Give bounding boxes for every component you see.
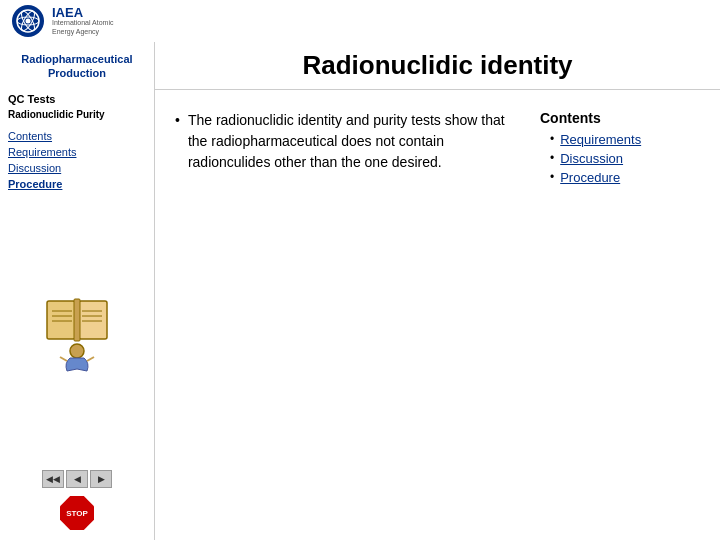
bullet-item: • The radionuclidic identity and purity … [175, 110, 520, 173]
sidebar-section-subtitle: Radionuclidic Purity [8, 109, 146, 120]
svg-rect-6 [47, 301, 75, 339]
stop-label: STOP [66, 509, 88, 518]
svg-line-16 [60, 357, 67, 361]
list-item: • Procedure [550, 170, 700, 185]
list-item: • Requirements [550, 132, 700, 147]
page-title-bar: Radionuclidic identity [155, 42, 720, 90]
svg-rect-8 [74, 299, 80, 341]
header: IAEA International Atomic Energy Agency [0, 0, 720, 42]
prev-button[interactable]: ◀ [66, 470, 88, 488]
list-item: • Discussion [550, 151, 700, 166]
sidebar-title: Radiopharmaceutical Production [8, 52, 146, 81]
stop-button[interactable]: STOP [60, 496, 94, 530]
logo-text: IAEA International Atomic Energy Agency [52, 6, 113, 36]
contents-bullet-1: • [550, 132, 554, 146]
sidebar-item-requirements[interactable]: Requirements [8, 146, 146, 158]
contents-bullet-2: • [550, 151, 554, 165]
contents-link-procedure[interactable]: Procedure [560, 170, 620, 185]
book-illustration [8, 291, 146, 376]
logo-subtitle: International Atomic Energy Agency [52, 19, 113, 36]
sidebar-item-procedure[interactable]: Procedure [8, 178, 146, 190]
page-title: Radionuclidic identity [175, 50, 700, 81]
svg-line-17 [87, 357, 94, 361]
nav-controls: ◀◀ ◀ ▶ STOP [8, 470, 146, 530]
sidebar: Radiopharmaceutical Production QC Tests … [0, 42, 155, 540]
nav-buttons-row: ◀◀ ◀ ▶ [42, 470, 112, 488]
sidebar-top: Radiopharmaceutical Production QC Tests … [8, 52, 146, 198]
book-icon [42, 291, 112, 376]
svg-rect-7 [79, 301, 107, 339]
bullet-dot: • [175, 112, 180, 173]
contents-box-title: Contents [540, 110, 700, 126]
sidebar-item-discussion[interactable]: Discussion [8, 162, 146, 174]
iaea-logo: IAEA International Atomic Energy Agency [10, 3, 113, 39]
logo-iaea-text: IAEA [52, 6, 113, 19]
iaea-logo-icon [10, 3, 46, 39]
sidebar-section-title: QC Tests [8, 93, 146, 105]
content-area: Radionuclidic identity • The radionuclid… [155, 42, 720, 540]
content-body: • The radionuclidic identity and purity … [155, 90, 720, 540]
sidebar-navigation: Contents Requirements Discussion Procedu… [8, 130, 146, 190]
contents-link-discussion[interactable]: Discussion [560, 151, 623, 166]
contents-bullet-3: • [550, 170, 554, 184]
main-paragraph: The radionuclidic identity and purity te… [188, 110, 520, 173]
contents-box: Contents • Requirements • Discussion • P… [540, 110, 700, 520]
first-button[interactable]: ◀◀ [42, 470, 64, 488]
svg-point-15 [70, 344, 84, 358]
main-layout: Radiopharmaceutical Production QC Tests … [0, 42, 720, 540]
contents-list: • Requirements • Discussion • Procedure [540, 132, 700, 185]
svg-point-5 [26, 19, 31, 24]
sidebar-item-contents[interactable]: Contents [8, 130, 146, 142]
main-text: • The radionuclidic identity and purity … [175, 110, 520, 520]
next-button[interactable]: ▶ [90, 470, 112, 488]
contents-link-requirements[interactable]: Requirements [560, 132, 641, 147]
